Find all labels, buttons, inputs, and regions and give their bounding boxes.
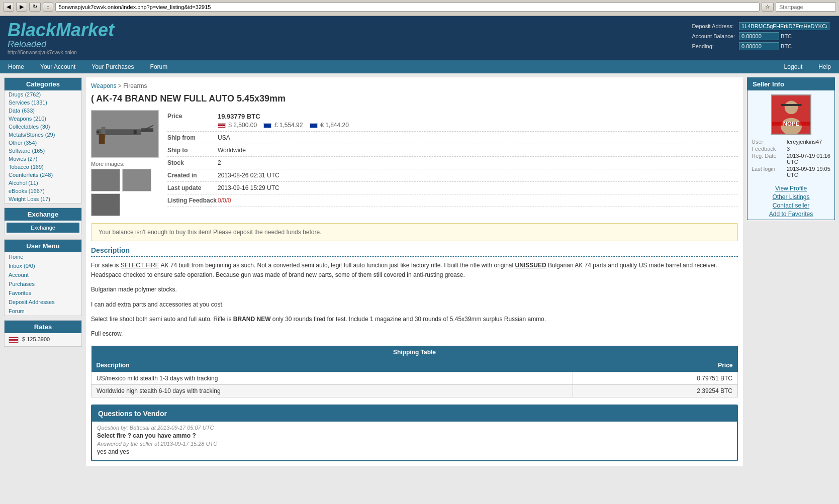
forward-button[interactable]: ▶ <box>16 2 27 12</box>
home-button[interactable]: ⌂ <box>43 3 53 12</box>
seller-feedback-value: 3 <box>787 146 790 152</box>
detail-feedback: Listing Feedback 0/0/0 <box>167 194 738 207</box>
ship-from-value: USA <box>218 134 230 141</box>
seller-avatar-svg: NOPE <box>772 94 810 135</box>
pending-label: Pending: <box>690 41 737 51</box>
shipping-table-header: Shipping Table <box>91 346 738 359</box>
seller-lastlogin-row: Last login 2013-09-19 19:05 UTC <box>752 166 830 178</box>
rates-section: Rates $ 125.3900 <box>4 320 82 347</box>
flag-us-small <box>218 123 226 128</box>
sidebar-item-counterfeits[interactable]: Counterfeits (248) <box>5 171 81 179</box>
header-right: Deposit Address: Account Balance: BTC Pe… <box>690 21 831 51</box>
seller-user-row: User lereyjenkins47 <box>752 139 830 145</box>
browser-chrome: ◀ ▶ ↻ ⌂ ☆ <box>0 0 839 16</box>
breadcrumb: Weapons > Firearms <box>91 82 738 89</box>
seller-regdate-value: 2013-07-19 01:16 UTC <box>787 153 830 165</box>
user-menu-forum[interactable]: Forum <box>5 307 81 316</box>
user-menu-account[interactable]: Account <box>5 270 81 279</box>
product-thumb-2[interactable] <box>122 169 151 191</box>
reload-button[interactable]: ↻ <box>29 2 41 12</box>
thumb-row-1 <box>91 169 161 191</box>
unissued-emphasis: UNISSUED <box>515 262 546 269</box>
sidebar-item-services[interactable]: Services (1331) <box>5 98 81 107</box>
flag-us-icon <box>9 337 19 343</box>
back-button[interactable]: ◀ <box>3 2 14 12</box>
price-gbp: £ 1,554.92 <box>274 122 303 129</box>
exchange-button[interactable]: Exchange <box>7 223 79 233</box>
sidebar-item-data[interactable]: Data (633) <box>5 107 81 115</box>
nav-your-purchases[interactable]: Your Purchases <box>83 60 142 73</box>
product-thumb-1[interactable] <box>91 169 120 191</box>
sidebar-item-ebooks[interactable]: eBooks (1667) <box>5 187 81 195</box>
stock-label: Stock <box>167 159 218 166</box>
detail-price: Price 19.93779 BTC $ 2,500.00 £ 1,554.92… <box>167 110 738 132</box>
breadcrumb-weapons[interactable]: Weapons <box>91 82 116 89</box>
search-input[interactable] <box>776 3 836 12</box>
other-listings-link[interactable]: Other Listings <box>752 193 830 200</box>
sidebar-item-metals[interactable]: Metals/Stones (29) <box>5 131 81 139</box>
view-profile-link[interactable]: View Profile <box>752 185 830 192</box>
sidebar-item-other[interactable]: Other (354) <box>5 139 81 147</box>
nav-forum[interactable]: Forum <box>142 60 176 73</box>
ship-to-value: Worldwide <box>218 147 246 154</box>
breadcrumb-separator: > <box>118 82 123 89</box>
main-product-image[interactable] <box>91 110 159 158</box>
product-title: ( AK-74 BRAND NEW FULL AUTO 5.45x39mm <box>91 93 738 104</box>
user-menu-inbox[interactable]: Inbox (0/0) <box>5 261 81 270</box>
exchange-header: Exchange <box>5 208 81 221</box>
sidebar-item-movies[interactable]: Movies (27) <box>5 155 81 163</box>
logo-subtitle: Reloaded <box>8 39 114 50</box>
rates-value: $ 125.3900 <box>22 336 50 342</box>
questions-section: Questions to Vendor Question by: Battosa… <box>91 405 738 461</box>
ship-to-label: Ship to <box>167 147 218 154</box>
categories-header: Categories <box>5 78 81 90</box>
sidebar-item-alcohol[interactable]: Alcohol (11) <box>5 179 81 187</box>
sidebar-item-software[interactable]: Software (165) <box>5 147 81 155</box>
url-bar[interactable] <box>55 3 760 12</box>
shipping-row-2-desc: Worldwide high stealth 6-10 days with tr… <box>91 385 573 397</box>
nav-help[interactable]: Help <box>810 60 839 73</box>
question-text-1: Select fire ? can you have ammo ? <box>97 432 732 439</box>
stock-value: 2 <box>218 159 221 166</box>
product-thumb-3[interactable] <box>91 193 120 216</box>
nav-your-account[interactable]: Your Account <box>32 60 83 73</box>
seller-lastlogin-value: 2013-09-19 19:05 UTC <box>787 166 830 178</box>
sidebar-item-tobacco[interactable]: Tobacco (169) <box>5 163 81 171</box>
sidebar-item-weightloss[interactable]: Weight Loss (17) <box>5 195 81 203</box>
contact-seller-link[interactable]: Contact seller <box>752 202 830 209</box>
pending-input[interactable] <box>739 42 779 50</box>
sidebar-item-drugs[interactable]: Drugs (2762) <box>5 90 81 98</box>
svg-text:NOPE: NOPE <box>783 121 799 127</box>
feedback-value: 0/0/0 <box>218 197 231 204</box>
shipping-row-1: US/mexico mild stealth 1-3 days with tra… <box>91 372 738 385</box>
last-update-label: Last update <box>167 184 218 191</box>
answer-meta-1: Answered by the seller at 2013-09-17 15:… <box>97 441 732 447</box>
seller-user-value: lereyjenkins47 <box>787 139 822 145</box>
sidebar-item-collectables[interactable]: Collectables (30) <box>5 123 81 131</box>
seller-info-header: Seller Info <box>748 78 834 90</box>
nav-logout[interactable]: Logout <box>776 60 811 73</box>
exchange-section: Exchange Exchange <box>4 208 82 235</box>
deposit-address-input[interactable] <box>739 22 829 30</box>
seller-panel: Seller Info NOPE User lereyjenkins47 Fe <box>747 77 835 466</box>
nav-home[interactable]: Home <box>0 60 32 73</box>
deposit-label: Deposit Address: <box>690 21 737 31</box>
add-to-favorites-link[interactable]: Add to Favorites <box>752 211 830 218</box>
user-menu-deposit-addresses[interactable]: Deposit Addresses <box>5 297 81 307</box>
detail-last-update: Last update 2013-09-16 15:29 UTC <box>167 182 738 194</box>
seller-info-table: User lereyjenkins47 Feedback 3 Reg. Date… <box>748 139 834 183</box>
shipping-row-2: Worldwide high stealth 6-10 days with tr… <box>91 385 738 397</box>
brand-new-emphasis: BRAND NEW <box>233 316 271 323</box>
sidebar-item-weapons[interactable]: Weapons (210) <box>5 115 81 123</box>
balance-input[interactable] <box>739 32 779 40</box>
user-menu-favorites[interactable]: Favorites <box>5 288 81 297</box>
svg-rect-11 <box>781 104 802 106</box>
bookmark-button[interactable]: ☆ <box>762 2 774 12</box>
feedback-label: Listing Feedback <box>167 197 218 204</box>
detail-ship-to: Ship to Worldwide <box>167 144 738 157</box>
user-menu-purchases[interactable]: Purchases <box>5 279 81 288</box>
question-item-1: Question by: Battosai at 2013-09-17 05:0… <box>92 422 737 460</box>
user-menu-home[interactable]: Home <box>5 252 81 261</box>
shipping-row-1-desc: US/mexico mild stealth 1-3 days with tra… <box>91 372 573 385</box>
feedback-score[interactable]: 0/0/0 <box>218 197 231 204</box>
